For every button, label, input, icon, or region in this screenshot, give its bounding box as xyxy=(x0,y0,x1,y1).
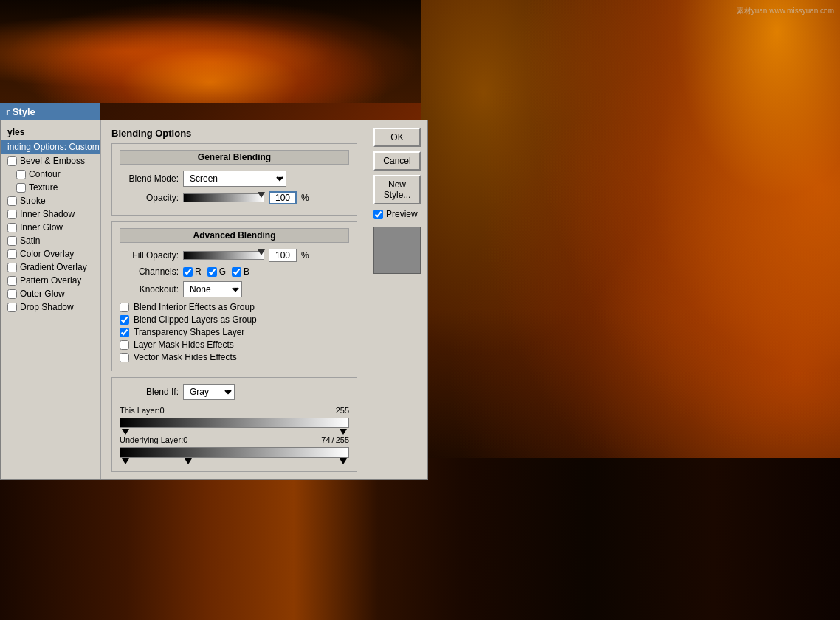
underlying-layer-thumb-mid[interactable] xyxy=(185,458,192,464)
cancel-button[interactable]: Cancel xyxy=(373,151,421,170)
outer-glow-checkbox[interactable] xyxy=(7,289,17,299)
underlying-layer-gradient[interactable] xyxy=(120,447,349,458)
contour-checkbox[interactable] xyxy=(16,170,26,179)
layer-mask-checkbox[interactable] xyxy=(120,340,129,350)
knockout-row: Knockout: None Shallow Deep xyxy=(120,281,349,297)
sidebar-item-styles[interactable]: yles xyxy=(1,123,100,140)
sidebar-item-inner-glow[interactable]: Inner Glow xyxy=(1,221,100,234)
gradient-overlay-label: Gradient Overlay xyxy=(20,262,87,272)
inner-shadow-label: Inner Shadow xyxy=(20,209,75,219)
sidebar-item-bevel-emboss[interactable]: Bevel & Emboss xyxy=(1,154,100,168)
bevel-emboss-label: Bevel & Emboss xyxy=(20,156,85,166)
fill-opacity-value[interactable] xyxy=(269,249,297,262)
gradient-overlay-checkbox[interactable] xyxy=(7,263,17,272)
knockout-select-wrapper: None Shallow Deep xyxy=(183,281,242,297)
knockout-select[interactable]: None Shallow Deep xyxy=(183,281,242,297)
underlying-layer-mid: 74 xyxy=(321,435,330,444)
blend-if-select-wrapper: Gray Red Green Blue xyxy=(183,384,235,400)
opacity-label: Opacity: xyxy=(120,193,179,203)
channel-b-checkbox[interactable] xyxy=(232,267,241,277)
color-overlay-label: Color Overlay xyxy=(20,249,74,259)
underlying-layer-range-label: Underlying Layer: 0 74 / 255 xyxy=(120,435,349,444)
channel-g-label[interactable]: G xyxy=(207,266,226,277)
this-layer-gradient[interactable] xyxy=(120,418,349,428)
ok-button[interactable]: OK xyxy=(373,128,421,147)
this-layer-max: 255 xyxy=(336,406,349,415)
underlying-layer-thumb-left[interactable] xyxy=(122,458,129,464)
underlying-layer-label: Underlying Layer: xyxy=(120,435,183,444)
blend-mode-select[interactable]: Screen Normal Multiply Overlay xyxy=(183,170,286,187)
pattern-overlay-label: Pattern Overlay xyxy=(20,275,81,286)
sidebar-item-blending-options[interactable]: inding Options: Custom xyxy=(1,140,100,154)
channels-label: Channels: xyxy=(120,266,179,277)
channel-g-checkbox[interactable] xyxy=(207,267,217,277)
sidebar-item-color-overlay[interactable]: Color Overlay xyxy=(1,247,100,261)
general-blending-subtitle: General Blending xyxy=(120,150,349,165)
blend-if-label: Blend If: xyxy=(120,387,179,397)
this-layer-thumb-left[interactable] xyxy=(122,429,129,435)
drop-shadow-label: Drop Shadow xyxy=(20,302,74,312)
underlying-layer-thumb-right[interactable] xyxy=(340,458,347,464)
sidebar-item-pattern-overlay[interactable]: Pattern Overlay xyxy=(1,274,100,287)
blend-clipped-checkbox[interactable] xyxy=(120,315,129,325)
main-panel: Blending Options General Blending Blend … xyxy=(101,120,368,479)
preview-checkbox[interactable] xyxy=(373,210,383,219)
channel-r-text: R xyxy=(195,266,202,277)
channel-b-label[interactable]: B xyxy=(232,266,249,277)
watermark: 素材yuan www.missyuan.com xyxy=(737,6,834,16)
vector-mask-checkbox[interactable] xyxy=(120,353,129,362)
sidebar-item-inner-shadow[interactable]: Inner Shadow xyxy=(1,207,100,221)
transparency-shapes-row[interactable]: Transparency Shapes Layer xyxy=(120,327,349,337)
pattern-overlay-checkbox[interactable] xyxy=(7,276,17,286)
contour-label: Contour xyxy=(29,169,61,179)
sidebar-item-satin[interactable]: Satin xyxy=(1,234,100,247)
sidebar-item-stroke[interactable]: Stroke xyxy=(1,194,100,207)
preview-label: Preview xyxy=(386,209,418,219)
channel-r-checkbox[interactable] xyxy=(183,267,193,277)
blend-clipped-row[interactable]: Blend Clipped Layers as Group xyxy=(120,314,349,325)
fill-opacity-row: Fill Opacity: % xyxy=(120,249,349,262)
left-photo-top xyxy=(0,0,421,103)
underlying-layer-sep: / xyxy=(332,435,334,444)
opacity-slider[interactable] xyxy=(183,193,264,202)
blending-options-title: Blending Options xyxy=(111,128,357,139)
blend-if-select[interactable]: Gray Red Green Blue xyxy=(183,384,235,400)
blend-interior-checkbox[interactable] xyxy=(120,303,129,312)
bevel-emboss-checkbox[interactable] xyxy=(7,156,17,166)
this-layer-thumb-right[interactable] xyxy=(340,429,347,435)
drop-shadow-checkbox[interactable] xyxy=(7,303,17,312)
sidebar-item-gradient-overlay[interactable]: Gradient Overlay xyxy=(1,261,100,274)
opacity-value[interactable]: 100 xyxy=(269,191,297,204)
transparency-shapes-checkbox[interactable] xyxy=(120,328,129,337)
stroke-checkbox[interactable] xyxy=(7,196,17,206)
new-style-button[interactable]: New Style... xyxy=(373,175,421,204)
layer-mask-label: Layer Mask Hides Effects xyxy=(134,340,234,350)
bottom-photo-area xyxy=(0,458,840,620)
stroke-label: Stroke xyxy=(20,196,46,206)
vector-mask-row[interactable]: Vector Mask Hides Effects xyxy=(120,352,349,362)
blend-interior-row[interactable]: Blend Interior Effects as Group xyxy=(120,302,349,312)
inner-glow-label: Inner Glow xyxy=(20,222,63,232)
sidebar-item-drop-shadow[interactable]: Drop Shadow xyxy=(1,300,100,314)
preview-row[interactable]: Preview xyxy=(373,209,421,219)
outer-glow-label: Outer Glow xyxy=(20,289,65,299)
sidebar-item-outer-glow[interactable]: Outer Glow xyxy=(1,287,100,300)
color-overlay-checkbox[interactable] xyxy=(7,249,17,259)
texture-checkbox[interactable] xyxy=(16,183,26,193)
inner-glow-checkbox[interactable] xyxy=(7,223,17,232)
this-layer-spacer xyxy=(165,406,336,415)
fill-opacity-slider[interactable] xyxy=(183,251,264,260)
channels-checkboxes: R G B xyxy=(183,266,249,277)
layer-mask-row[interactable]: Layer Mask Hides Effects xyxy=(120,340,349,350)
sidebar-item-texture[interactable]: Texture xyxy=(1,181,100,194)
this-layer-label: This Layer: xyxy=(120,406,159,415)
satin-checkbox[interactable] xyxy=(7,236,17,246)
dialog-body: yles inding Options: Custom Bevel & Embo… xyxy=(0,120,428,480)
inner-shadow-checkbox[interactable] xyxy=(7,210,17,219)
channel-r-label[interactable]: R xyxy=(183,266,202,277)
vector-mask-label: Vector Mask Hides Effects xyxy=(134,352,237,362)
sidebar-item-contour[interactable]: Contour xyxy=(1,168,100,181)
blend-if-row: Blend If: Gray Red Green Blue xyxy=(120,384,349,400)
sidebar: yles inding Options: Custom Bevel & Embo… xyxy=(1,120,101,479)
underlying-layer-spacer xyxy=(187,435,321,444)
